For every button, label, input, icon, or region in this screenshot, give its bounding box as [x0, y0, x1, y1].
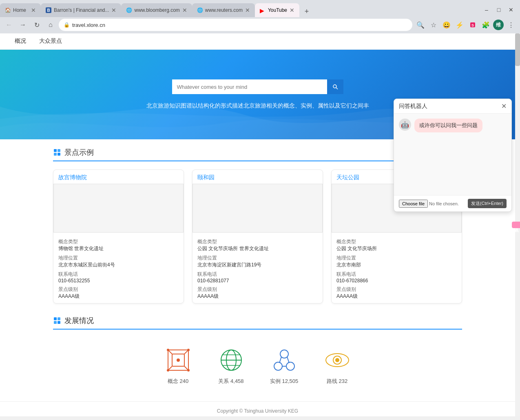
tab-home-favicon: 🏠: [5, 7, 11, 13]
tab-bloomberg-close[interactable]: ✕: [182, 7, 187, 13]
attractions-title-text: 景点示例: [64, 147, 94, 157]
chatbot-file-input: Choose file No file chosen.: [399, 200, 459, 208]
stat-routes: 路线 232: [323, 346, 352, 385]
tab-youtube[interactable]: ▶ YouTube ✕: [255, 3, 299, 17]
tab-barrons-label: Barron's | Financial and...: [54, 7, 109, 13]
footer-text: Copyright © Tsinghua University KEG: [217, 408, 298, 414]
tab-reuters-close[interactable]: ✕: [245, 7, 250, 13]
svg-rect-11: [58, 321, 60, 324]
label-concept-type-1: 概念类型: [58, 238, 179, 245]
chatbot-close-button[interactable]: ✕: [501, 102, 507, 110]
extension1-icon[interactable]: 😀: [441, 19, 452, 31]
minimize-button[interactable]: –: [481, 4, 492, 15]
url-text: travel.xlore.cn: [72, 22, 407, 28]
value-phone-1: 010-65132255: [58, 278, 179, 284]
value-phone-2: 010-62881077: [197, 278, 318, 284]
card-summer-palace-image: [193, 184, 323, 233]
svg-point-2: [333, 85, 336, 88]
tab-home-close[interactable]: ✕: [31, 7, 36, 13]
value-phone-3: 010-67028866: [336, 278, 457, 284]
tab-bloomberg[interactable]: 🌐 www.bloomberg.com ✕: [121, 3, 192, 17]
tab-home-label: Home: [13, 7, 29, 13]
stat-relations-label: 关系 4,458: [218, 378, 243, 385]
maximize-button[interactable]: □: [493, 4, 505, 15]
svg-point-18: [167, 349, 169, 351]
svg-line-32: [287, 357, 289, 363]
back-button[interactable]: ←: [3, 19, 15, 31]
extension2-icon[interactable]: ⚡: [454, 19, 465, 31]
value-rating-2: AAAAA级: [197, 293, 318, 300]
floating-chatbot-button[interactable]: 机器人: [512, 222, 520, 228]
label-rating-2: 景点级别: [197, 286, 318, 293]
tab-reuters[interactable]: 🌐 www.reuters.com ✕: [192, 3, 255, 17]
search-button[interactable]: [327, 79, 343, 94]
forward-button[interactable]: →: [17, 19, 29, 31]
choose-file-button[interactable]: Choose file: [399, 200, 428, 208]
extensions-icon[interactable]: 🧩: [480, 19, 491, 31]
home-button[interactable]: ⌂: [45, 19, 56, 31]
chatbot-bubble: 或许你可以问我一些问题: [414, 119, 482, 132]
value-concept-type-2: 公园 文化节庆场所 世界文化遗址: [197, 245, 318, 252]
card-temple-heaven-body: 概念类型 公园 文化节庆场所 地理位置 北京市南部 联系电话 010-67028…: [332, 233, 462, 303]
svg-rect-6: [54, 153, 57, 156]
file-chosen-label: No file chosen.: [429, 201, 459, 206]
tab-youtube-close[interactable]: ✕: [290, 7, 294, 13]
tab-reuters-label: www.reuters.com: [205, 7, 243, 13]
concept-network-icon: [164, 346, 193, 374]
svg-point-22: [177, 358, 180, 362]
chatbot-message: 🤖 或许你可以问我一些问题: [399, 119, 507, 132]
card-forbidden-city-body: 概念类型 博物馆 世界文化遗址 地理位置 北京市东城区景山前街4号 联系电话 0…: [53, 233, 184, 303]
tab-barrons-close[interactable]: ✕: [111, 7, 116, 13]
bookmark-star-icon[interactable]: ☆: [428, 19, 439, 31]
url-bar[interactable]: 🔒 travel.xlore.cn: [59, 19, 412, 31]
new-tab-button[interactable]: +: [301, 6, 312, 17]
label-location-1: 地理位置: [58, 255, 179, 262]
stat-relations: 关系 4,458: [217, 346, 246, 385]
tab-barrons[interactable]: B Barron's | Financial and... ✕: [41, 3, 121, 17]
svg-point-21: [187, 369, 190, 372]
card-summer-palace-body: 概念类型 公园 文化节庆场所 世界文化遗址 地理位置 北京市海淀区新建宫门路19…: [193, 233, 323, 303]
value-concept-type-3: 公园 文化节庆场所: [336, 245, 457, 252]
nav-item-overview[interactable]: 概况: [8, 33, 33, 50]
label-location-3: 地理位置: [336, 255, 457, 262]
lock-icon: 🔒: [64, 22, 70, 28]
reload-button[interactable]: ↻: [31, 19, 42, 31]
label-phone-3: 联系电话: [336, 271, 457, 278]
search-input[interactable]: [172, 79, 327, 94]
svg-rect-7: [58, 153, 60, 156]
label-phone-2: 联系电话: [197, 271, 318, 278]
chatbot-header: 问答机器人 ✕: [394, 99, 511, 114]
stat-instances-label: 实例 12,505: [270, 378, 298, 385]
stats-container: 概念 240 关系 4,458: [53, 338, 462, 393]
tab-youtube-label: YouTube: [268, 7, 287, 13]
svg-rect-5: [58, 149, 60, 152]
user-avatar[interactable]: 维: [493, 20, 504, 30]
browser-frame: 🏠 Home ✕ B Barron's | Financial and... ✕…: [0, 0, 520, 416]
card-forbidden-city-title[interactable]: 故宫博物院: [53, 170, 184, 184]
stats-title-icon: [53, 317, 61, 325]
relation-globe-icon: [217, 346, 246, 374]
svg-point-29: [274, 362, 282, 370]
label-rating-3: 景点级别: [336, 286, 457, 293]
close-button[interactable]: ✕: [505, 4, 517, 15]
card-summer-palace-title[interactable]: 颐和园: [193, 170, 323, 184]
extension3-icon[interactable]: S: [467, 19, 478, 31]
scrollbar-thumb[interactable]: [515, 33, 520, 66]
label-phone-1: 联系电话: [58, 271, 179, 278]
value-location-1: 北京市东城区景山前街4号: [58, 262, 179, 268]
card-summer-palace: 颐和园 概念类型 公园 文化节庆场所 世界文化遗址 地理位置 北京市海淀区新建宫…: [192, 169, 323, 303]
nav-item-attractions[interactable]: 大众景点: [33, 33, 69, 50]
route-eye-icon: [323, 346, 352, 374]
search-icon[interactable]: 🔍: [415, 19, 426, 31]
value-location-3: 北京市南部: [336, 262, 457, 268]
toolbar-icons: 🔍 ☆ 😀 ⚡ S 🧩 维 ⋮: [415, 19, 517, 31]
svg-point-30: [286, 362, 294, 370]
card-forbidden-city-image: [53, 184, 184, 233]
chatbot-send-button[interactable]: 发送(Ctrl+Enter): [468, 199, 507, 208]
chatbot-avatar-icon: 🤖: [399, 119, 411, 131]
tab-reuters-favicon: 🌐: [197, 7, 203, 13]
menu-icon[interactable]: ⋮: [505, 19, 517, 31]
label-concept-type-2: 概念类型: [197, 238, 318, 245]
window-controls: – □ ✕: [481, 4, 520, 17]
tab-home[interactable]: 🏠 Home ✕: [0, 3, 41, 17]
